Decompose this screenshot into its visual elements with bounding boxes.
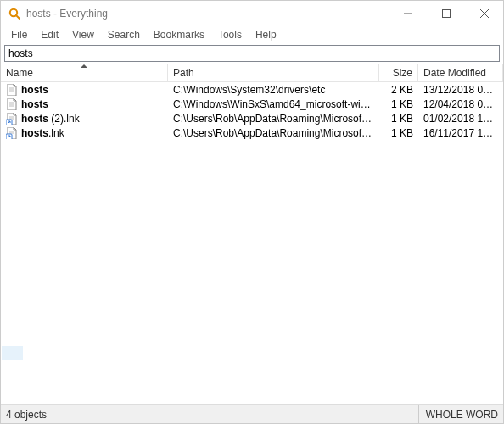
column-header-path[interactable]: Path bbox=[168, 64, 379, 81]
file-icon bbox=[6, 98, 18, 110]
cell-date: 01/02/2018 12:25 bbox=[418, 113, 503, 125]
cell-name: hosts bbox=[1, 98, 168, 110]
window-controls bbox=[389, 1, 503, 26]
menu-tools[interactable]: Tools bbox=[211, 27, 249, 42]
svg-line-1 bbox=[16, 15, 20, 19]
file-name: hosts.lnk bbox=[21, 127, 64, 139]
column-header-path-label: Path bbox=[173, 67, 194, 79]
search-input[interactable] bbox=[4, 45, 500, 62]
cell-size: 1 KB bbox=[379, 98, 418, 110]
menubar: File Edit View Search Bookmarks Tools He… bbox=[1, 26, 503, 43]
selection-indicator bbox=[2, 346, 23, 360]
table-row[interactable]: hosts.lnkC:\Users\Rob\AppData\Roaming\Mi… bbox=[1, 126, 503, 140]
results-list[interactable]: hostsC:\Windows\System32\drivers\etc2 KB… bbox=[1, 82, 503, 404]
cell-path: C:\Windows\System32\drivers\etc bbox=[168, 84, 379, 96]
menu-bookmarks[interactable]: Bookmarks bbox=[147, 27, 211, 42]
cell-path: C:\Users\Rob\AppData\Roaming\Microsoft\.… bbox=[168, 127, 379, 139]
column-header-date[interactable]: Date Modified bbox=[418, 64, 503, 81]
cell-size: 1 KB bbox=[379, 113, 418, 125]
cell-name: hosts bbox=[1, 84, 168, 96]
column-header-date-label: Date Modified bbox=[423, 67, 486, 79]
column-header-size-label: Size bbox=[393, 67, 412, 79]
cell-date: 16/11/2017 15:44 bbox=[418, 127, 503, 139]
table-row[interactable]: hosts (2).lnkC:\Users\Rob\AppData\Roamin… bbox=[1, 111, 503, 126]
file-icon bbox=[6, 84, 18, 96]
sort-ascending-icon bbox=[81, 64, 87, 68]
column-header-name-label: Name bbox=[6, 67, 33, 79]
status-object-count: 4 objects bbox=[6, 409, 418, 421]
table-row[interactable]: hostsC:\Windows\System32\drivers\etc2 KB… bbox=[1, 82, 503, 97]
file-name: hosts bbox=[21, 98, 48, 110]
cell-name: hosts.lnk bbox=[1, 127, 168, 139]
menu-search[interactable]: Search bbox=[101, 27, 147, 42]
menu-file[interactable]: File bbox=[4, 27, 34, 42]
status-mode: WHOLE WORD bbox=[418, 405, 498, 423]
statusbar: 4 objects WHOLE WORD bbox=[1, 404, 503, 423]
maximize-button[interactable] bbox=[427, 1, 465, 26]
columns-header: Name Path Size Date Modified bbox=[1, 64, 503, 82]
file-name: hosts (2).lnk bbox=[21, 113, 80, 125]
cell-date: 12/04/2018 00:34 bbox=[418, 98, 503, 110]
close-button[interactable] bbox=[465, 1, 503, 26]
svg-rect-3 bbox=[442, 10, 450, 18]
minimize-button[interactable] bbox=[389, 1, 427, 26]
menu-help[interactable]: Help bbox=[249, 27, 283, 42]
table-row[interactable]: hostsC:\Windows\WinSxS\amd64_microsoft-w… bbox=[1, 97, 503, 111]
cell-date: 13/12/2018 08:47 bbox=[418, 84, 503, 96]
app-icon bbox=[8, 7, 21, 20]
column-header-name[interactable]: Name bbox=[1, 64, 168, 81]
shortcut-file-icon bbox=[6, 113, 18, 125]
titlebar: hosts - Everything bbox=[1, 1, 503, 26]
menu-view[interactable]: View bbox=[65, 27, 101, 42]
shortcut-file-icon bbox=[6, 127, 18, 139]
cell-size: 1 KB bbox=[379, 127, 418, 139]
cell-path: C:\Users\Rob\AppData\Roaming\Microsoft\.… bbox=[168, 113, 379, 125]
column-header-size[interactable]: Size bbox=[379, 64, 418, 81]
menu-edit[interactable]: Edit bbox=[34, 27, 65, 42]
cell-size: 2 KB bbox=[379, 84, 418, 96]
file-name: hosts bbox=[21, 84, 48, 96]
cell-name: hosts (2).lnk bbox=[1, 113, 168, 125]
window-title: hosts - Everything bbox=[26, 8, 108, 20]
cell-path: C:\Windows\WinSxS\amd64_microsoft-wind..… bbox=[168, 98, 379, 110]
